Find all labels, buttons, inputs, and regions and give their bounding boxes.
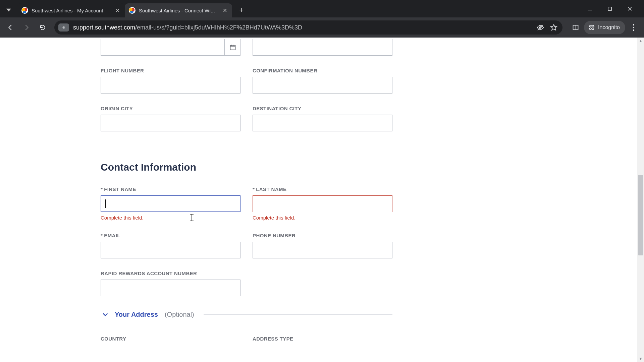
browser-toolbar: support.southwest.com/email-us/s/?guid=b… [0, 17, 644, 38]
last-name-input[interactable] [253, 195, 392, 212]
tab-title: Southwest Airlines - My Account [32, 8, 112, 13]
svg-marker-10 [551, 24, 557, 30]
southwest-favicon-icon [21, 7, 28, 14]
calendar-icon[interactable] [224, 39, 240, 56]
bookmark-icon[interactable] [549, 23, 558, 32]
text-caret [105, 199, 106, 208]
email-label: *EMAIL [101, 233, 240, 238]
tab-my-account[interactable]: Southwest Airlines - My Account ✕ [17, 3, 125, 17]
chevron-down-icon [101, 310, 110, 319]
flight-date-input[interactable] [101, 39, 240, 56]
address-optional: (Optional) [165, 311, 194, 318]
tab-strip: Southwest Airlines - My Account ✕ Southw… [0, 0, 644, 17]
phone-input[interactable] [253, 242, 392, 258]
last-name-error: Complete this field. [253, 215, 392, 221]
page-viewport: FLIGHT NUMBER CONFIRMATION NUMBER ORIGIN… [0, 38, 644, 362]
tab-title: Southwest Airlines - Connect With Us [139, 8, 219, 13]
confirmation-number-input[interactable] [253, 77, 392, 94]
maximize-button[interactable] [602, 3, 617, 15]
address-bar[interactable]: support.southwest.com/email-us/s/?guid=b… [54, 20, 562, 35]
your-address-toggle[interactable]: Your Address (Optional) [101, 310, 392, 319]
browser-chrome: Southwest Airlines - My Account ✕ Southw… [0, 0, 644, 38]
address-type-label: ADDRESS TYPE [253, 336, 392, 342]
incognito-label: Incognito [598, 24, 620, 31]
rapid-rewards-input[interactable] [101, 280, 240, 296]
reload-button[interactable] [36, 20, 50, 35]
first-name-input[interactable] [101, 195, 240, 212]
site-info-icon[interactable] [58, 23, 69, 32]
rapid-rewards-label: RAPID REWARDS ACCOUNT NUMBER [101, 270, 240, 276]
tab-search-dropdown[interactable] [3, 4, 15, 16]
country-label: COUNTRY [101, 336, 240, 342]
contact-information-heading: Contact Information [101, 162, 392, 173]
chrome-menu-button[interactable] [627, 20, 641, 35]
svg-rect-19 [230, 45, 235, 50]
origin-city-label: ORIGIN CITY [101, 106, 240, 111]
svg-rect-1 [608, 7, 611, 10]
scroll-down-icon[interactable]: ▼ [637, 355, 644, 362]
confirmation-number-label: CONFIRMATION NUMBER [253, 68, 392, 73]
side-panel-button[interactable] [569, 20, 583, 35]
first-name-label: *FIRST NAME [101, 186, 240, 192]
page-content: FLIGHT NUMBER CONFIRMATION NUMBER ORIGIN… [0, 38, 644, 358]
svg-point-14 [592, 28, 594, 30]
flight-number-input[interactable] [101, 77, 240, 94]
close-window-button[interactable] [623, 3, 637, 15]
phone-label: PHONE NUMBER [253, 233, 392, 238]
incognito-indicator[interactable]: Incognito [584, 21, 625, 34]
origin-city-input[interactable] [101, 115, 240, 131]
new-tab-button[interactable]: + [235, 4, 248, 16]
close-tab-icon[interactable]: ✕ [114, 7, 121, 14]
close-tab-icon[interactable]: ✕ [221, 7, 228, 14]
scroll-thumb[interactable] [638, 175, 643, 255]
svg-point-16 [633, 24, 634, 25]
svg-point-18 [633, 29, 634, 31]
email-input[interactable] [101, 242, 240, 258]
svg-point-13 [590, 28, 592, 30]
url-text: support.southwest.com/email-us/s/?guid=b… [73, 24, 532, 31]
vertical-scrollbar[interactable]: ▲ ▼ [637, 38, 644, 362]
scroll-up-icon[interactable]: ▲ [637, 38, 644, 44]
destination-city-label: DESTINATION CITY [253, 106, 392, 111]
address-title: Your Address [115, 311, 158, 318]
tracking-blocked-icon[interactable] [536, 23, 545, 32]
back-button[interactable] [3, 20, 17, 35]
svg-point-17 [633, 27, 634, 28]
southwest-favicon-icon [129, 7, 136, 14]
divider [204, 314, 392, 315]
destination-city-input[interactable] [253, 115, 392, 131]
forward-button[interactable] [19, 20, 34, 35]
last-name-label: *LAST NAME [253, 186, 392, 192]
window-controls [577, 0, 643, 17]
unlabeled-input[interactable] [253, 39, 392, 56]
flight-number-label: FLIGHT NUMBER [101, 68, 240, 73]
tab-connect-with-us[interactable]: Southwest Airlines - Connect With Us ✕ [125, 3, 232, 17]
first-name-error: Complete this field. [101, 215, 240, 221]
minimize-button[interactable] [582, 3, 597, 15]
